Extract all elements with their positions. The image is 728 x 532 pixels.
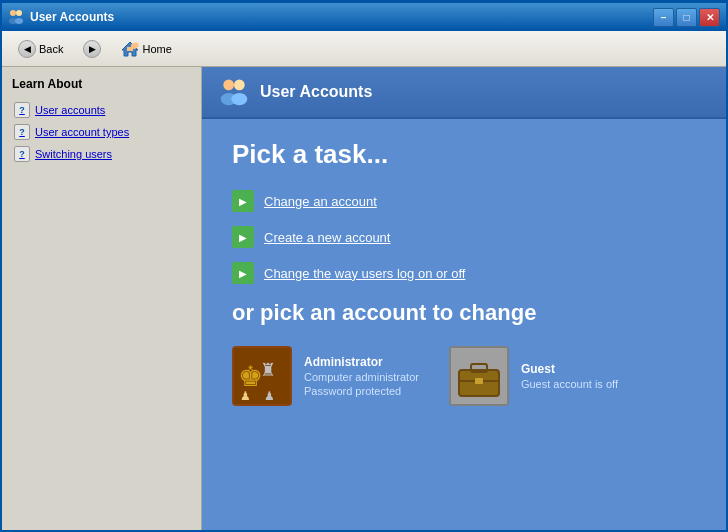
svg-rect-22 [475,378,483,384]
titlebar-title: User Accounts [30,10,647,24]
panel-header-icon [218,76,250,108]
close-button[interactable]: ✕ [699,8,720,27]
account-item-guest[interactable]: Guest Guest account is off [449,346,618,406]
svg-point-2 [16,10,22,16]
svg-text:♟: ♟ [240,389,251,403]
home-button[interactable]: Home [113,38,179,60]
guest-info: Guest Guest account is off [521,362,618,390]
svg-point-10 [234,80,245,91]
svg-point-3 [15,18,23,24]
titlebar-buttons: – □ ✕ [653,8,720,27]
minimize-button[interactable]: – [653,8,674,27]
task-change-account[interactable]: Change an account [232,190,696,212]
task-logon-settings[interactable]: Change the way users log on or off [232,262,696,284]
panel-header-title: User Accounts [260,83,372,101]
help-icon-1: ? [14,102,30,118]
task-link-3: Change the way users log on or off [264,266,465,281]
administrator-detail2: Password protected [304,385,419,397]
main-panel: User Accounts Pick a task... Change an a… [202,67,726,530]
sidebar-label-1: User accounts [35,104,105,116]
sidebar-item-user-accounts[interactable]: ? User accounts [12,99,191,121]
help-icon-2: ? [14,124,30,140]
back-label: Back [39,43,63,55]
forward-button[interactable]: ▶ [75,37,109,61]
task-link-1: Change an account [264,194,377,209]
home-label: Home [142,43,171,55]
back-button[interactable]: ◀ Back [10,37,71,61]
svg-point-8 [223,80,234,91]
administrator-avatar: ♚ ♜ ♟ ♟ [232,346,292,406]
sidebar-item-switching-users[interactable]: ? Switching users [12,143,191,165]
guest-name: Guest [521,362,618,376]
accounts-row: ♚ ♜ ♟ ♟ Administrator Computer administr… [232,346,696,406]
sidebar-section-title: Learn About [12,77,191,91]
svg-point-0 [10,10,16,16]
window: User Accounts – □ ✕ ◀ Back ▶ Home [0,0,728,532]
navbar: ◀ Back ▶ Home [2,31,726,67]
sidebar-label-2: User account types [35,126,129,138]
svg-point-11 [231,93,247,105]
home-icon [121,41,139,57]
maximize-button[interactable]: □ [676,8,697,27]
administrator-name: Administrator [304,355,419,369]
panel-header: User Accounts [202,67,726,119]
content-area: Learn About ? User accounts ? User accou… [2,67,726,530]
guest-detail1: Guest account is off [521,378,618,390]
task-arrow-2 [232,226,254,248]
svg-text:♟: ♟ [264,389,275,403]
forward-arrow-icon: ▶ [83,40,101,58]
sidebar: Learn About ? User accounts ? User accou… [2,67,202,530]
titlebar-icon [8,9,24,25]
back-arrow-icon: ◀ [18,40,36,58]
task-arrow-1 [232,190,254,212]
task-link-2: Create a new account [264,230,390,245]
svg-point-7 [134,42,139,47]
task-arrow-3 [232,262,254,284]
panel-content: Pick a task... Change an account Create … [202,119,726,530]
svg-text:♜: ♜ [260,360,276,380]
sidebar-label-3: Switching users [35,148,112,160]
help-icon-3: ? [14,146,30,162]
account-item-administrator[interactable]: ♚ ♜ ♟ ♟ Administrator Computer administr… [232,346,419,406]
titlebar: User Accounts – □ ✕ [2,3,726,31]
task-create-account[interactable]: Create a new account [232,226,696,248]
sidebar-item-account-types[interactable]: ? User account types [12,121,191,143]
pick-task-heading: Pick a task... [232,139,696,170]
administrator-detail1: Computer administrator [304,371,419,383]
guest-avatar [449,346,509,406]
or-pick-heading: or pick an account to change [232,300,696,326]
administrator-info: Administrator Computer administrator Pas… [304,355,419,397]
